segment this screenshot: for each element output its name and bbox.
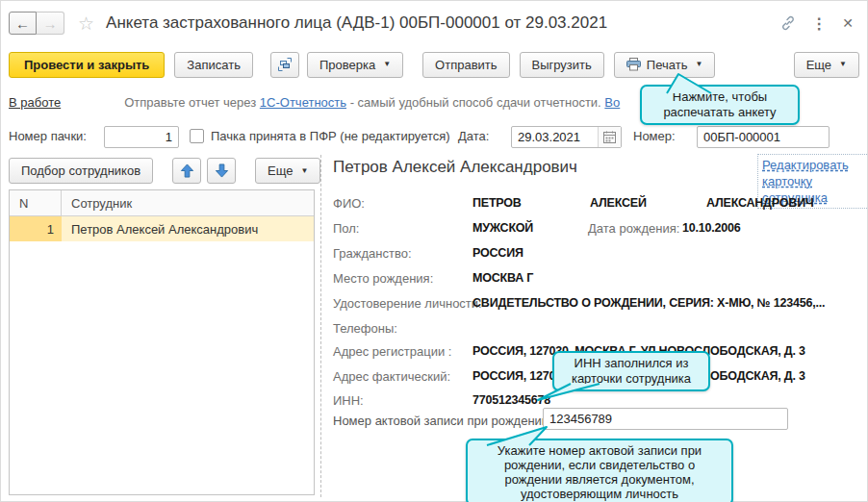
post-structure-icon: [277, 57, 293, 72]
birthplace-label: Место рождения:: [333, 271, 433, 286]
citizenship-value: РОССИЯ: [472, 246, 523, 260]
fio-label: ФИО:: [333, 196, 365, 211]
post-and-close-button[interactable]: Провести и закрыть: [9, 52, 165, 78]
toolbar: Провести и закрыть Записать Проверка▼ От…: [1, 49, 867, 80]
doc-number-input[interactable]: [697, 126, 830, 148]
check-button[interactable]: Проверка▼: [307, 52, 403, 78]
chevron-down-icon: ▼: [839, 61, 847, 68]
field-row-gender: Пол: МУЖСКОЙ Дата рождения: 10.10.2006: [333, 221, 868, 238]
move-down-button[interactable]: [207, 158, 236, 184]
field-row-citizenship: Гражданство: РОССИЯ: [333, 246, 868, 264]
field-row-id-doc: Удостоверение личности: СВИДЕТЕЛЬСТВО О …: [333, 296, 868, 314]
export-button[interactable]: Выгрузить: [520, 52, 604, 78]
field-row-birthplace: Место рождения: МОСКВА Г: [333, 271, 868, 289]
birthplace-value: МОСКВА Г: [472, 271, 533, 285]
employee-row-name: Петров Алексей Александрович: [62, 216, 314, 241]
birth-date-value: 10.10.2006: [682, 221, 741, 235]
doc-number-label: Номер:: [633, 129, 676, 143]
status-message-text: Отправьте отчет через: [124, 95, 260, 110]
post-document-button[interactable]: [270, 52, 299, 78]
batch-number-input[interactable]: [104, 126, 179, 148]
date-input[interactable]: [512, 127, 598, 147]
gender-label: Пол:: [333, 221, 360, 236]
forward-arrow-icon: →: [43, 15, 58, 32]
save-label: Записать: [187, 58, 241, 72]
move-up-button[interactable]: [172, 158, 201, 184]
forward-button[interactable]: →: [37, 12, 64, 35]
send-button[interactable]: Отправить: [422, 52, 509, 78]
person-name-heading: Петров Алексей Александрович: [333, 158, 577, 177]
arrow-up-icon: [180, 163, 194, 178]
birth-date-label: Дата рождения:: [588, 221, 679, 236]
calendar-button[interactable]: [598, 127, 621, 147]
act-record-label: Номер актовой записи при рождении:: [333, 414, 552, 428]
close-icon[interactable]: ✕: [842, 15, 854, 31]
fact-address-label: Адрес фактический:: [333, 369, 450, 384]
batch-number-label: Номер пачки:: [9, 129, 87, 143]
employees-table: N Сотрудник 1 Петров Алексей Александров…: [9, 189, 315, 495]
batch-fields-row: Номер пачки: Пачка принята в ПФР (не ред…: [1, 124, 867, 151]
column-header-employee: Сотрудник: [62, 196, 132, 211]
calendar-icon: [603, 131, 616, 143]
status-message: Отправьте отчет через 1С-Отчетность - са…: [124, 95, 620, 110]
phones-label: Телефоны:: [333, 321, 397, 336]
status-link[interactable]: В работе: [9, 95, 61, 110]
act-record-input[interactable]: [543, 408, 788, 430]
date-label: Дата:: [458, 129, 489, 143]
panel-splitter[interactable]: [320, 155, 321, 497]
act-record-tooltip: Укажите номер актовой записи при рождени…: [466, 439, 733, 502]
check-label: Проверка: [319, 58, 375, 72]
pfr-accepted-label: Пачка принята в ПФР (не редактируется): [211, 129, 450, 143]
employees-table-header: N Сотрудник: [10, 190, 314, 216]
nav-group: ← →: [9, 12, 64, 35]
reporting-service-link[interactable]: 1С-Отчетность: [260, 95, 346, 110]
print-tooltip: Нажмите, чтобы распечатать анкету: [640, 85, 800, 125]
print-button[interactable]: Печать▼: [614, 52, 716, 78]
employees-toolbar: Подбор сотрудников Еще▼: [9, 158, 320, 184]
post-and-close-label: Провести и закрыть: [24, 58, 149, 72]
export-label: Выгрузить: [532, 58, 592, 72]
status-more-link[interactable]: Во: [604, 95, 620, 110]
employee-row[interactable]: 1 Петров Алексей Александрович: [10, 216, 314, 241]
pick-employees-label: Подбор сотрудников: [21, 163, 140, 178]
field-row-phones: Телефоны:: [333, 321, 868, 339]
favorite-star-icon[interactable]: ☆: [78, 14, 94, 33]
id-doc-value: СВИДЕТЕЛЬСТВО О РОЖДЕНИИ, СЕРИЯ: X-МЮ, №…: [472, 296, 825, 310]
title-bar-actions: ⋮ ✕: [780, 14, 867, 33]
get-link-icon[interactable]: [780, 15, 796, 31]
column-header-n: N: [10, 190, 62, 215]
title-bar: ← → ☆ Анкета застрахованного лица (АДВ-1…: [1, 1, 867, 45]
inn-value: 770512345678: [472, 393, 550, 407]
save-button[interactable]: Записать: [174, 52, 253, 78]
field-row-fio: ФИО: ПЕТРОВ АЛЕКСЕЙ АЛЕКСАНДРОВИЧ: [333, 196, 868, 213]
pick-employees-button[interactable]: Подбор сотрудников: [9, 158, 153, 184]
back-button[interactable]: ←: [9, 12, 37, 35]
id-doc-label: Удостоверение личности:: [333, 296, 482, 311]
chevron-down-icon: ▼: [383, 61, 391, 68]
fio-first-value: АЛЕКСЕЙ: [590, 196, 647, 210]
chevron-down-icon: ▼: [301, 167, 309, 175]
arrow-down-icon: [215, 163, 229, 178]
print-label: Печать: [647, 58, 688, 72]
fio-middle-value: АЛЕКСАНДРОВИЧ: [706, 196, 814, 210]
inn-label: ИНН:: [333, 393, 364, 408]
reg-address-label: Адрес регистрации :: [333, 344, 451, 359]
chevron-down-icon: ▼: [695, 61, 702, 68]
pfr-accepted-checkbox[interactable]: [190, 129, 204, 143]
printer-icon: [626, 58, 641, 71]
employees-more-button[interactable]: Еще▼: [255, 158, 320, 184]
page-title: Анкета застрахованного лица (АДВ-1) 00БП…: [106, 13, 607, 33]
status-message-text-2: - самый удобный способ сдачи отчетности.: [346, 95, 604, 110]
employees-more-label: Еще: [268, 163, 293, 178]
date-field: [511, 126, 622, 148]
send-label: Отправить: [435, 58, 497, 72]
toolbar-more-button[interactable]: Еще▼: [794, 52, 859, 78]
back-arrow-icon: ←: [15, 15, 30, 32]
fio-last-value: ПЕТРОВ: [472, 196, 522, 210]
gender-value: МУЖСКОЙ: [472, 221, 533, 235]
more-menu-icon[interactable]: ⋮: [811, 14, 827, 33]
inn-tooltip: ИНН заполнился из карточки сотрудника: [552, 351, 710, 391]
citizenship-label: Гражданство:: [333, 246, 412, 261]
anketa-window: ← → ☆ Анкета застрахованного лица (АДВ-1…: [0, 0, 868, 502]
employee-row-number: 1: [10, 216, 62, 241]
